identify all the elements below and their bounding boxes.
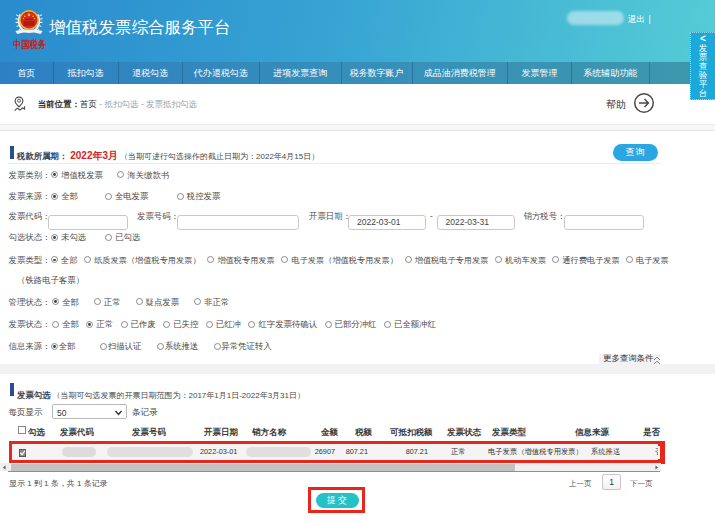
svg-text:中国税务: 中国税务 (13, 38, 46, 50)
